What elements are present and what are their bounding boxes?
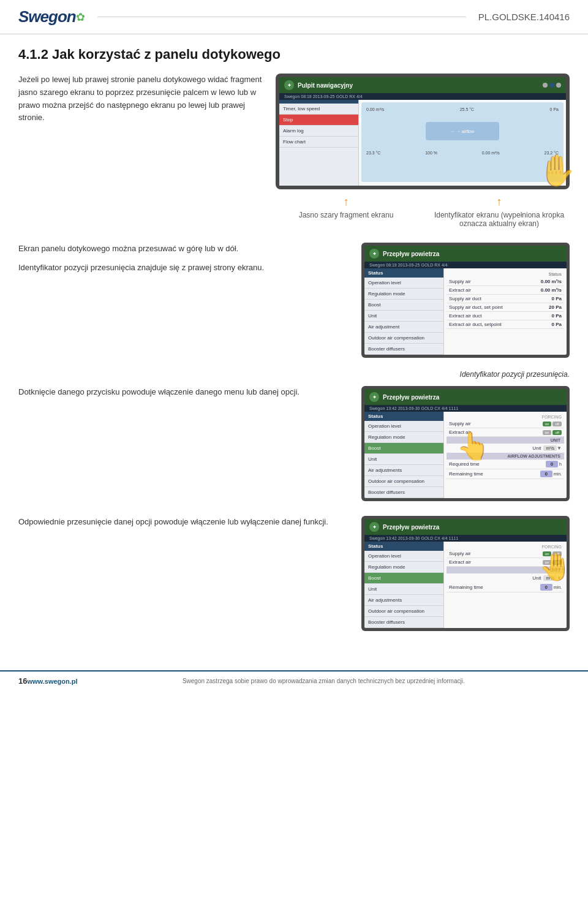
- panel-2: ✦ Przepływ powietrza Swegon 08:19 2013-0…: [361, 243, 570, 358]
- panel-4-body: Status Operation level Regulation mode B…: [364, 542, 567, 628]
- panel-2-row-0: Supply air 0.00 m³/s: [447, 278, 564, 286]
- panel-3-left: Status Operation level Regulation mode B…: [364, 412, 444, 498]
- panel-3-menu-3: Unit: [364, 454, 443, 465]
- panel-1-sub-header: Swegon 08:18 2013-09-25 GOLD RX 4/4: [279, 93, 566, 100]
- nav-dot-3: [556, 83, 561, 88]
- panel-menu-item-2: Alarm log: [279, 126, 358, 137]
- panel-2-inner: ✦ Przepływ powietrza Swegon 08:19 2013-0…: [364, 246, 567, 355]
- panel-4-label-1: Extract air: [449, 559, 471, 565]
- footer-page-number: 16: [18, 676, 27, 686]
- section-3-para: Dotknięcie danego przycisku powoduje włą…: [18, 386, 349, 399]
- logo-text: Swegon: [18, 7, 76, 26]
- panel-1-title: Pulpit nawigacyjny: [298, 82, 353, 89]
- panel-3-inner: ✦ Przepływ powietrza Swegon 13:42 2013-0…: [364, 389, 567, 498]
- panel-2-row-2-label: Supply air duct: [449, 296, 481, 301]
- logo-leaf-icon: ✿: [76, 10, 85, 24]
- panel-4-status: Status: [364, 542, 443, 551]
- panel-2-menu-6: Booster diffusers: [364, 344, 443, 355]
- panel-4-label-0: Supply air: [449, 551, 471, 556]
- panel-3-right: FORCING Supply air on off Extract air: [444, 412, 567, 498]
- footer: 16 www.swegon.pl Swegon zastrzega sobie …: [0, 670, 588, 690]
- panel-2-body: Status Operation level Regulation mode B…: [364, 268, 567, 355]
- panel-2-title: Przepływ powietrza: [383, 251, 439, 257]
- panel-4-menu-0: Operation level: [364, 551, 443, 562]
- panel-4-title: Przepływ powietrza: [383, 524, 439, 531]
- panel-3-forcing: FORCING: [447, 414, 564, 420]
- panel-2-section-label: Status: [447, 271, 564, 278]
- panel-2-row-1-value: 0.00 m³/s: [541, 287, 562, 293]
- header: Swegon ✿ PL.GOLDSKE.140416: [0, 0, 588, 34]
- panel-1-body: Timer, low speed Stop Alarm log Flow cha…: [279, 100, 566, 186]
- panel-4-remaining-val: 0 min.: [540, 584, 562, 591]
- panel-2-left: Status Operation level Regulation mode B…: [364, 268, 444, 355]
- panel-3-menu-4: Air adjustments: [364, 465, 443, 476]
- caption-right-arrow-icon: ↑: [497, 195, 502, 208]
- panel-3-label-0: Supply air: [449, 421, 471, 426]
- hand-cursor-1: 🤚: [538, 153, 576, 188]
- section-4-para: Odpowiednie przesunięcie danej opcji pow…: [18, 516, 349, 529]
- panel-2-row-0-value: 0.00 m³/s: [541, 279, 562, 284]
- nav-dots: [543, 83, 561, 88]
- panel-3-airflow-label-0: Required time: [449, 461, 480, 467]
- panel-2-row-5-label: Extract air duct, setpoint: [449, 322, 502, 327]
- required-time-unit: h: [559, 462, 562, 466]
- panel-menu-item-1: Stop: [279, 115, 358, 126]
- panel-2-wrapper: ✦ Przepływ powietrza Swegon 08:19 2013-0…: [361, 243, 570, 358]
- panel-3-info: Swegon 13:42 2013-09-30 GOLD CX 4/4 1111: [369, 406, 458, 410]
- panel-3-menu-6: Booster diffusers: [364, 487, 443, 498]
- panel-3-sub-header: Swegon 13:42 2013-09-30 GOLD CX 4/4 1111: [364, 405, 567, 412]
- nav-dot-2: [549, 83, 554, 88]
- caption-right-text: Identyfikator ekranu (wypełniona kropka …: [429, 211, 570, 228]
- panel-4-right: FORCING Supply air on off →: [444, 542, 567, 628]
- panel-2-icon: ✦: [369, 249, 379, 259]
- nav-dot-1: [543, 83, 548, 88]
- panel-3-airflow-row-1: Remaining time 0 min.: [447, 469, 564, 479]
- toggle-on-icon-1: on: [543, 430, 552, 435]
- dropdown-icon: ▼: [557, 445, 562, 451]
- panel-4-menu-4: Air adjustments: [364, 595, 443, 606]
- panel-4-menu-2: Boost: [364, 573, 443, 584]
- panel-2-row-3-value: 20 Pa: [549, 305, 562, 310]
- document-number: PL.GOLDSKE.140416: [478, 12, 570, 22]
- panel-4-menu-6: Booster diffusers: [364, 617, 443, 628]
- panel-3-unit-select: m³/s: [543, 445, 557, 451]
- panel-2-row-1-label: Extract air: [449, 287, 471, 293]
- panel-2-menu-2: Boost: [364, 300, 443, 311]
- header-divider: [97, 17, 466, 17]
- logo: Swegon ✿: [18, 7, 85, 26]
- panel-4-menu-1: Regulation mode: [364, 562, 443, 573]
- hand-cursor-4: 🤚: [539, 551, 567, 583]
- section-3-text: Dotknięcie danego przycisku powoduje włą…: [18, 386, 349, 501]
- panel-2-row-0-label: Supply air: [449, 279, 471, 284]
- panel-4-inner: ✦ Przepływ powietrza Swegon 13:42 2013-0…: [364, 519, 567, 628]
- panel-3-menu-2: Boost: [364, 443, 443, 454]
- panel-menu-item-0: Timer, low speed: [279, 104, 358, 115]
- panel-1-wrapper: ✦ Pulpit nawigacyjny Swegon 08:18 2013-0…: [276, 74, 570, 228]
- caption-right: ↑ Identyfikator ekranu (wypełniona kropk…: [429, 195, 570, 228]
- main-content: 4.1.2 Jak korzystać z panelu dotykowego …: [0, 34, 588, 658]
- panel-3-airflow-val-0: 0 h: [546, 461, 562, 467]
- panel-3-toggles-0: on off: [543, 422, 562, 426]
- section-1: 4.1.2 Jak korzystać z panelu dotykowego …: [18, 47, 570, 228]
- panel-2-info: Swegon 08:19 2013-09-25 GOLD RX 4/4: [369, 263, 448, 267]
- panel-3-airflow-val-1: 0 min.: [540, 471, 562, 477]
- panel-3-menu-0: Operation level: [364, 421, 443, 432]
- panel-2-status-label: Status: [364, 268, 443, 278]
- toggle-off-icon-1: off: [552, 430, 562, 435]
- panel-1-mockup: ✦ Pulpit nawigacyjny Swegon 08:18 2013-0…: [276, 74, 570, 189]
- panel-1-icon: ✦: [284, 80, 294, 90]
- hand-cursor-3: 👆: [456, 430, 490, 462]
- panel-2-row-3-label: Supply air duct, set point: [449, 305, 503, 310]
- panel-4-sub-header: Swegon 13:42 2013-09-30 GOLD CX 4/4 1111: [364, 535, 567, 542]
- footer-url: www.swegon.pl: [27, 678, 77, 685]
- panel-3-menu-5: Outdoor air compensation: [364, 476, 443, 487]
- panel-2-right: Status Supply air 0.00 m³/s Extract air …: [444, 268, 567, 355]
- panel-1-header: ✦ Pulpit nawigacyjny: [279, 77, 566, 93]
- panel-1-captions: ↑ Jasno szary fragment ekranu ↑ Identyfi…: [276, 195, 570, 228]
- panel-4-menu-5: Outdoor air compensation: [364, 606, 443, 617]
- panel-3-airflow-label-1: Remaining time: [449, 471, 483, 477]
- footer-disclaimer: Swegon zastrzega sobie prawo do wprowadz…: [78, 678, 570, 684]
- panel-menu-item-3: Flow chart: [279, 137, 358, 148]
- panel-3-menu-1: Regulation mode: [364, 432, 443, 443]
- panel-4-info: Swegon 13:42 2013-09-30 GOLD CX 4/4 1111: [369, 536, 458, 540]
